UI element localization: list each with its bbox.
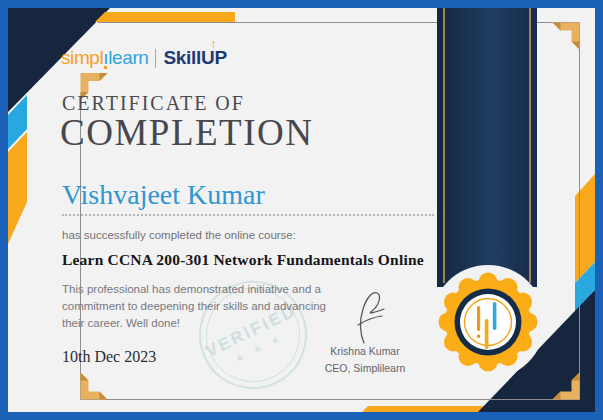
certificate-page: VERIFIED ★ ★ ★ simplılearn SkillUP↑ CERT… — [0, 0, 603, 420]
accent-bar-top — [95, 12, 235, 22]
signer-title: CEO, Simplilearn — [305, 362, 425, 374]
description-text: This professional has demonstrated initi… — [62, 281, 326, 332]
brand-separator — [155, 49, 156, 68]
certificate-title: COMPLETION — [60, 111, 313, 154]
description-line: commitment to deepening their skills and… — [62, 298, 326, 315]
brand-learn: learn — [108, 47, 148, 68]
completion-date: 10th Dec 2023 — [62, 348, 156, 366]
signer-name: Krishna Kumar — [305, 345, 425, 357]
name-underline — [62, 214, 434, 216]
brand-logo: simplılearn SkillUP↑ — [61, 46, 227, 70]
description-line: This professional has demonstrated initi… — [62, 281, 326, 298]
skillup-arrow-icon: ↑ — [210, 39, 216, 49]
corner-bracket-top-right — [553, 23, 580, 50]
skillup-wordmark: SkillUP↑ — [163, 47, 226, 69]
medal-ribbon — [437, 8, 537, 287]
corner-bracket-bottom-left — [81, 373, 108, 400]
signature-scribble — [358, 293, 384, 343]
completion-subtitle: has successfully completed the online co… — [62, 229, 296, 241]
simplilearn-wordmark: simplılearn — [61, 47, 148, 69]
brand-simpl: simpl — [61, 47, 103, 68]
description-line: their career. Well done! — [62, 315, 326, 332]
brand-i: ı — [103, 47, 108, 68]
recipient-name: Vishvajeet Kumar — [62, 179, 265, 211]
brand-i-dot-icon — [104, 66, 107, 69]
course-title: Learn CCNA 200-301 Network Fundamentals … — [62, 251, 424, 269]
